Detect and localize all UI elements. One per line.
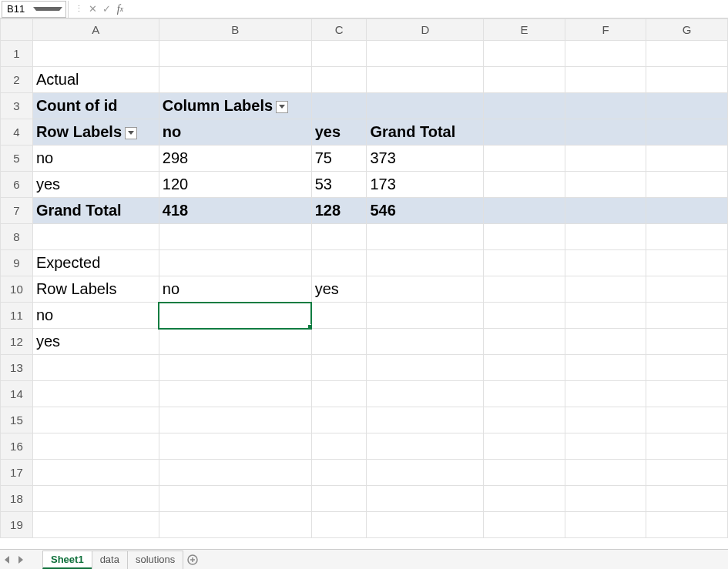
cell-E16[interactable] <box>484 433 565 460</box>
sheet-tab-solutions[interactable]: solutions <box>127 551 183 569</box>
row-header-10[interactable]: 10 <box>1 276 33 303</box>
cell-B18[interactable] <box>159 486 311 512</box>
row-header-13[interactable]: 13 <box>1 355 33 381</box>
row-header-11[interactable]: 11 <box>1 303 33 329</box>
cell-C11[interactable] <box>311 303 367 329</box>
cell-C3[interactable] <box>311 93 367 119</box>
cell-D2[interactable] <box>367 67 484 93</box>
cell-A4[interactable]: Row Labels <box>32 119 159 146</box>
filter-dropdown-icon[interactable] <box>125 127 137 139</box>
cell-B14[interactable] <box>159 381 311 407</box>
cell-F13[interactable] <box>565 355 646 381</box>
col-header-G[interactable]: G <box>646 19 728 41</box>
cell-G4[interactable] <box>646 119 728 146</box>
cell-A14[interactable] <box>32 381 159 407</box>
col-header-E[interactable]: E <box>484 19 565 41</box>
row-header-1[interactable]: 1 <box>1 41 33 67</box>
row-header-16[interactable]: 16 <box>1 433 33 460</box>
cell-G11[interactable] <box>646 303 728 329</box>
col-header-A[interactable]: A <box>32 19 159 41</box>
cell-B16[interactable] <box>159 433 311 460</box>
cell-A12[interactable]: yes <box>32 329 159 355</box>
cell-B17[interactable] <box>159 460 311 486</box>
cell-D7[interactable]: 546 <box>367 198 484 224</box>
cell-C19[interactable] <box>311 512 367 538</box>
cell-C14[interactable] <box>311 381 367 407</box>
cell-B3[interactable]: Column Labels <box>159 93 311 119</box>
cell-F3[interactable] <box>565 93 646 119</box>
cell-E19[interactable] <box>484 512 565 538</box>
cell-F16[interactable] <box>565 433 646 460</box>
cell-B4[interactable]: no <box>159 119 311 146</box>
cell-C8[interactable] <box>311 224 367 250</box>
cell-C17[interactable] <box>311 460 367 486</box>
cell-B2[interactable] <box>159 67 311 93</box>
cell-D4[interactable]: Grand Total <box>367 119 484 146</box>
cell-D11[interactable] <box>367 303 484 329</box>
cell-F18[interactable] <box>565 486 646 512</box>
cell-A11[interactable]: no <box>32 303 159 329</box>
cell-G6[interactable] <box>646 172 728 198</box>
more-icon[interactable]: ⋮ <box>72 2 86 16</box>
formula-input[interactable] <box>127 1 728 18</box>
cell-F12[interactable] <box>565 329 646 355</box>
filter-dropdown-icon[interactable] <box>276 101 288 113</box>
cell-F10[interactable] <box>565 276 646 303</box>
cell-F6[interactable] <box>565 172 646 198</box>
cell-G17[interactable] <box>646 460 728 486</box>
cell-G5[interactable] <box>646 146 728 172</box>
cell-G3[interactable] <box>646 93 728 119</box>
row-header-8[interactable]: 8 <box>1 224 33 250</box>
cell-D18[interactable] <box>367 486 484 512</box>
cell-G8[interactable] <box>646 224 728 250</box>
cell-C10[interactable]: yes <box>311 276 367 303</box>
cell-E9[interactable] <box>484 250 565 276</box>
cell-D3[interactable] <box>367 93 484 119</box>
row-header-15[interactable]: 15 <box>1 407 33 433</box>
cell-C5[interactable]: 75 <box>311 146 367 172</box>
add-sheet-button[interactable] <box>183 551 202 569</box>
cell-B8[interactable] <box>159 224 311 250</box>
cell-B1[interactable] <box>159 41 311 67</box>
cell-F17[interactable] <box>565 460 646 486</box>
cell-D19[interactable] <box>367 512 484 538</box>
cell-C13[interactable] <box>311 355 367 381</box>
cell-F7[interactable] <box>565 198 646 224</box>
cell-E18[interactable] <box>484 486 565 512</box>
cell-B9[interactable] <box>159 250 311 276</box>
cell-D17[interactable] <box>367 460 484 486</box>
row-header-19[interactable]: 19 <box>1 512 33 538</box>
cell-E1[interactable] <box>484 41 565 67</box>
cell-D8[interactable] <box>367 224 484 250</box>
cell-E13[interactable] <box>484 355 565 381</box>
cell-B15[interactable] <box>159 407 311 433</box>
cell-F4[interactable] <box>565 119 646 146</box>
cell-E12[interactable] <box>484 329 565 355</box>
row-header-14[interactable]: 14 <box>1 381 33 407</box>
cell-E11[interactable] <box>484 303 565 329</box>
cell-C4[interactable]: yes <box>311 119 367 146</box>
cell-B5[interactable]: 298 <box>159 146 311 172</box>
cell-F14[interactable] <box>565 381 646 407</box>
cell-C12[interactable] <box>311 329 367 355</box>
cell-B19[interactable] <box>159 512 311 538</box>
row-header-5[interactable]: 5 <box>1 146 33 172</box>
cell-D9[interactable] <box>367 250 484 276</box>
sheet-tab-Sheet1[interactable]: Sheet1 <box>42 551 92 569</box>
cell-A13[interactable] <box>32 355 159 381</box>
cell-D12[interactable] <box>367 329 484 355</box>
cell-E10[interactable] <box>484 276 565 303</box>
cell-G2[interactable] <box>646 67 728 93</box>
cell-D16[interactable] <box>367 433 484 460</box>
cell-C6[interactable]: 53 <box>311 172 367 198</box>
cell-F8[interactable] <box>565 224 646 250</box>
cell-F19[interactable] <box>565 512 646 538</box>
spreadsheet-grid[interactable]: ABCDEFG12Actual3Count of idColumn Labels… <box>0 18 728 549</box>
cell-B12[interactable] <box>159 329 311 355</box>
cell-A2[interactable]: Actual <box>32 67 159 93</box>
cell-E3[interactable] <box>484 93 565 119</box>
cell-G7[interactable] <box>646 198 728 224</box>
row-header-18[interactable]: 18 <box>1 486 33 512</box>
name-box[interactable]: B11 <box>2 1 66 18</box>
cell-C9[interactable] <box>311 250 367 276</box>
